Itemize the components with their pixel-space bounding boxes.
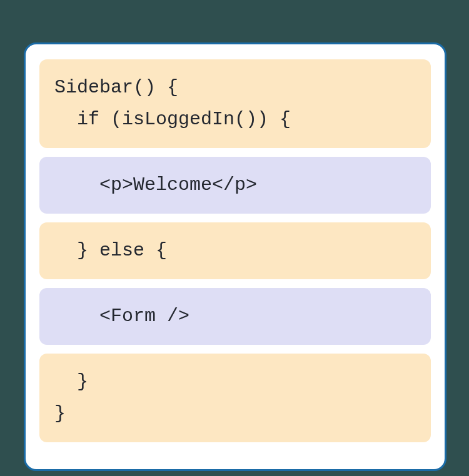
code-block-jsx: <Form /> (39, 288, 431, 345)
code-block-js: } else { (39, 222, 431, 279)
code-card: Sidebar() { if (isLoggedIn()) { <p>Welco… (24, 42, 446, 471)
code-block-js: } } (39, 354, 431, 442)
code-block-js: Sidebar() { if (isLoggedIn()) { (39, 59, 431, 148)
code-block-jsx: <p>Welcome</p> (39, 157, 431, 214)
